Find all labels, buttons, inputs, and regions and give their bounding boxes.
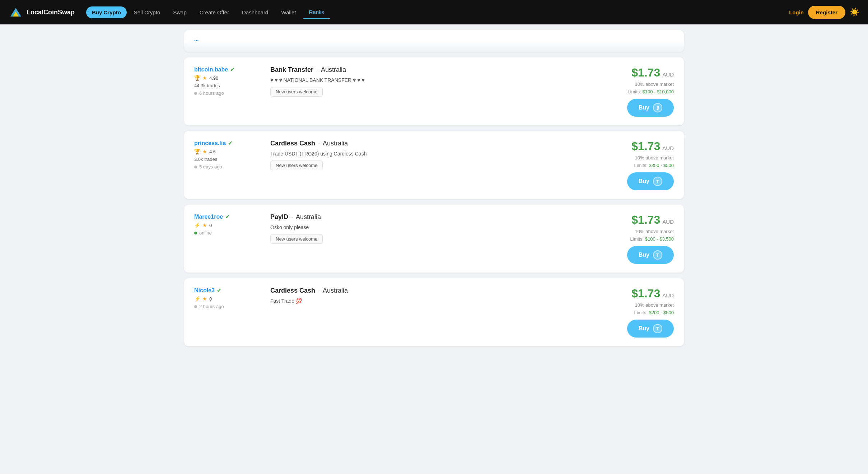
verified-icon: ✔ [217, 287, 221, 294]
nav-swap[interactable]: Swap [167, 6, 192, 18]
offer-country: Australia [323, 140, 348, 147]
price-currency: AUD [662, 71, 674, 78]
seller-section: princess.lia ✔ 🏆 ★ 4.6 3.0k trades 5 day… [194, 140, 259, 169]
limits-row: Limits: $200 - $500 [634, 310, 674, 315]
verified-icon: ✔ [228, 140, 233, 147]
star-icon: ★ [202, 296, 207, 302]
offer-country: Australia [296, 213, 321, 221]
seller-name[interactable]: Maree1roe [194, 214, 223, 220]
seller-name[interactable]: princess.lia [194, 140, 226, 147]
time-row: 5 days ago [194, 164, 259, 169]
price-row: $1.73 AUD [631, 213, 674, 227]
offer-tag: New users welcome [270, 161, 323, 170]
buy-button[interactable]: Buy T [627, 320, 674, 338]
price-section: $1.73 AUD 10% above market Limits: $100 … [573, 66, 674, 117]
seller-name-row: Maree1roe ✔ [194, 213, 259, 220]
offer-description: ♥ ♥ ♥ NATIONAL BANK TRANSFER ♥ ♥ ♥ [270, 76, 562, 84]
above-market: 10% above market [635, 229, 674, 234]
trades: 44.3k trades [194, 83, 259, 88]
coin-icon: ₿ [653, 103, 662, 112]
seller-section: Maree1roe ✔ ⚡ ★ 0 online [194, 213, 259, 236]
verified-icon: ✔ [225, 213, 230, 220]
trophy-icon: 🏆 [194, 149, 200, 154]
buy-button[interactable]: Buy T [627, 246, 674, 264]
nav-ranks[interactable]: Ranks [303, 6, 330, 19]
buy-button[interactable]: Buy T [627, 172, 674, 190]
star-icon: ★ [202, 75, 207, 81]
time-text: 2 hours ago [199, 304, 224, 309]
logo-text: LocalCoinSwap [27, 9, 75, 16]
offer-card: bitcoin.babe ✔ 🏆 ★ 4.98 44.3k trades 6 h… [184, 57, 684, 125]
seller-name[interactable]: bitcoin.babe [194, 66, 228, 73]
limits-value: $100 - $3,500 [645, 236, 674, 242]
rating: 4.6 [209, 149, 216, 154]
time-text: 5 days ago [199, 164, 222, 169]
seller-meta: 🏆 ★ 4.6 [194, 149, 259, 154]
trades: 3.0k trades [194, 157, 259, 162]
limits-row: Limits: $350 - $500 [634, 163, 674, 168]
limits-value: $350 - $500 [649, 163, 674, 168]
price-currency: AUD [662, 145, 674, 151]
nav-logo[interactable]: LocalCoinSwap [9, 5, 75, 19]
price-amount: $1.73 [631, 213, 660, 227]
status-dot [194, 166, 197, 168]
price-amount: $1.73 [631, 140, 660, 153]
trophy-icon: 🏆 [194, 75, 200, 81]
coin-icon: T [653, 250, 662, 260]
offer-tag: New users welcome [270, 234, 323, 244]
payment-method: Cardless Cash [270, 287, 315, 294]
price-section: $1.73 AUD 10% above market Limits: $100 … [573, 213, 674, 264]
offer-card: princess.lia ✔ 🏆 ★ 4.6 3.0k trades 5 day… [184, 131, 684, 199]
limits-row: Limits: $100 - $3,500 [630, 236, 674, 242]
seller-name-row: princess.lia ✔ [194, 140, 259, 147]
price-amount: $1.73 [631, 66, 660, 79]
offer-title-row: Cardless Cash · Australia [270, 140, 562, 147]
login-button[interactable]: Login [789, 9, 804, 15]
time-row: online [194, 230, 259, 236]
status-dot [194, 232, 197, 234]
seller-section: bitcoin.babe ✔ 🏆 ★ 4.98 44.3k trades 6 h… [194, 66, 259, 96]
limits-value: $100 - $10,000 [643, 89, 674, 94]
nav-dashboard[interactable]: Dashboard [236, 6, 274, 18]
offer-tag: New users welcome [270, 87, 323, 97]
star-icon: ★ [202, 222, 207, 228]
offer-country: Australia [321, 66, 346, 74]
offer-title-row: Bank Transfer · Australia [270, 66, 562, 74]
limits-row: Limits: $100 - $10,000 [627, 89, 674, 94]
above-market: 10% above market [635, 82, 674, 87]
nav-right: Login Register ☀️ [789, 6, 859, 19]
buy-label: Buy [639, 252, 649, 258]
offer-description: Osko only please [270, 224, 562, 231]
offer-description: Trade USDT (TRC20) using Cardless Cash [270, 150, 562, 158]
nav-sell-crypto[interactable]: Sell Crypto [128, 6, 166, 18]
above-market: 10% above market [635, 302, 674, 308]
nav-create-offer[interactable]: Create Offer [194, 6, 235, 18]
partial-offer-card: ... [184, 30, 684, 52]
buy-label: Buy [639, 104, 649, 111]
offer-card: Maree1roe ✔ ⚡ ★ 0 online PayID · Austral… [184, 205, 684, 273]
price-section: $1.73 AUD 10% above market Limits: $350 … [573, 140, 674, 190]
theme-toggle[interactable]: ☀️ [850, 8, 859, 17]
buy-label: Buy [639, 325, 649, 332]
rating: 0 [209, 296, 212, 302]
nav-links: Buy Crypto Sell Crypto Swap Create Offer… [86, 6, 789, 19]
nav-wallet[interactable]: Wallet [275, 6, 302, 18]
offer-section: PayID · Australia Osko only please New u… [270, 213, 562, 244]
status-dot [194, 305, 197, 308]
offer-section: Cardless Cash · Australia Trade USDT (TR… [270, 140, 562, 170]
limits-value: $200 - $500 [649, 310, 674, 315]
seller-name[interactable]: Nicole3 [194, 287, 215, 294]
time-text: online [199, 230, 212, 236]
price-section: $1.73 AUD 10% above market Limits: $200 … [573, 287, 674, 338]
nav-buy-crypto[interactable]: Buy Crypto [86, 6, 127, 18]
offer-description: Fast Trade 💯 [270, 297, 562, 305]
lightning-icon: ⚡ [194, 296, 200, 302]
navbar: LocalCoinSwap Buy Crypto Sell Crypto Swa… [0, 0, 868, 24]
above-market: 10% above market [635, 155, 674, 161]
register-button[interactable]: Register [808, 6, 845, 19]
payment-method: Bank Transfer [270, 66, 313, 74]
price-row: $1.73 AUD [631, 287, 674, 300]
seller-name-row: bitcoin.babe ✔ [194, 66, 259, 73]
buy-button[interactable]: Buy ₿ [627, 99, 674, 117]
logo-icon [9, 5, 23, 19]
